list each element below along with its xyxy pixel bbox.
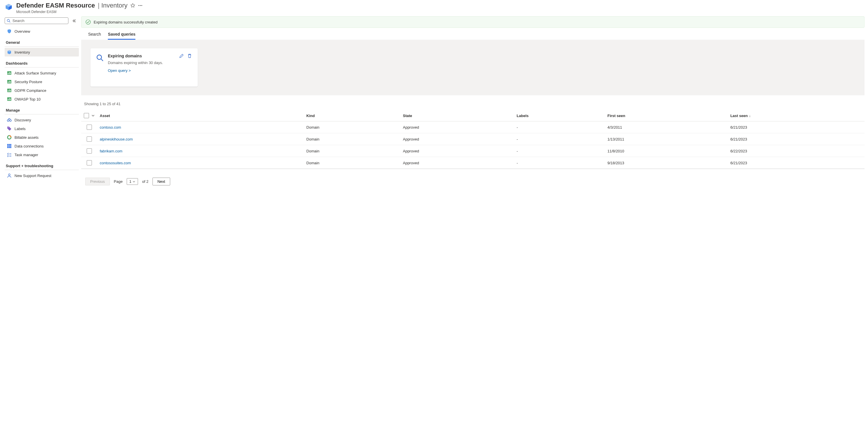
tag-icon bbox=[7, 126, 11, 131]
nav-label: Discovery bbox=[14, 118, 31, 122]
cell-kind: Domain bbox=[304, 133, 401, 145]
row-checkbox[interactable] bbox=[87, 136, 92, 142]
asset-link[interactable]: contoso.com bbox=[100, 125, 121, 130]
nav-label: Data connections bbox=[14, 144, 43, 148]
svg-point-27 bbox=[9, 120, 11, 122]
tab-search[interactable]: Search bbox=[88, 32, 101, 40]
table-row: contososuites.comDomainApproved-9/18/201… bbox=[81, 157, 865, 169]
col-state[interactable]: State bbox=[401, 110, 514, 122]
cell-first-seen: 4/3/2011 bbox=[605, 122, 728, 133]
tab-saved-queries[interactable]: Saved queries bbox=[108, 32, 135, 40]
page-current: 1 bbox=[129, 179, 131, 184]
sidebar-item-discovery[interactable]: Discovery bbox=[5, 115, 79, 124]
cell-last-seen: 6/21/2023 bbox=[728, 133, 865, 145]
main-content: Expiring domains successfully created Se… bbox=[81, 16, 868, 194]
search-icon bbox=[7, 19, 11, 23]
sidebar-search[interactable] bbox=[5, 18, 68, 24]
page-select[interactable]: 1 bbox=[127, 178, 138, 185]
col-asset[interactable]: Asset bbox=[97, 110, 304, 122]
cell-first-seen: 11/8/2010 bbox=[605, 145, 728, 157]
cell-first-seen: 1/13/2011 bbox=[605, 133, 728, 145]
svg-rect-30 bbox=[7, 144, 8, 145]
nav-label: Attack Surface Summary bbox=[14, 71, 56, 75]
sidebar-item-overview[interactable]: Overview bbox=[5, 27, 79, 36]
nav-section-support: Support + troubleshooting bbox=[5, 161, 79, 170]
sidebar-item-inventory[interactable]: Inventory bbox=[5, 48, 79, 57]
banner-text: Expiring domains successfully created bbox=[94, 20, 157, 24]
ring-icon bbox=[7, 135, 11, 140]
binoculars-icon bbox=[7, 118, 11, 122]
svg-point-4 bbox=[140, 5, 141, 6]
delete-trash-icon[interactable] bbox=[187, 54, 192, 58]
cell-labels: - bbox=[514, 157, 605, 169]
sidebar-item-data-connections[interactable]: Data connections bbox=[5, 142, 79, 151]
sidebar-search-input[interactable] bbox=[12, 19, 66, 23]
svg-rect-16 bbox=[9, 81, 9, 83]
cell-labels: - bbox=[514, 133, 605, 145]
col-first-seen[interactable]: First seen bbox=[605, 110, 728, 122]
page-label: Page bbox=[114, 179, 123, 184]
collapse-sidebar-icon[interactable] bbox=[71, 18, 76, 24]
edit-pencil-icon[interactable] bbox=[179, 54, 184, 58]
sidebar-item-task-manager[interactable]: Task manager bbox=[5, 151, 79, 159]
svg-rect-35 bbox=[10, 145, 11, 146]
resource-icon bbox=[5, 3, 13, 11]
nav-label: Overview bbox=[14, 29, 30, 34]
svg-point-42 bbox=[8, 174, 10, 175]
resource-title: Defender EASM Resource bbox=[16, 2, 95, 9]
row-checkbox[interactable] bbox=[87, 160, 92, 165]
next-button[interactable]: Next bbox=[153, 177, 170, 186]
svg-point-26 bbox=[7, 120, 9, 122]
svg-rect-11 bbox=[8, 73, 8, 74]
svg-line-7 bbox=[9, 21, 10, 22]
sidebar-item-attack-surface[interactable]: Attack Surface Summary bbox=[5, 69, 79, 77]
col-labels[interactable]: Labels bbox=[514, 110, 605, 122]
cell-kind: Domain bbox=[304, 145, 401, 157]
svg-rect-36 bbox=[7, 147, 8, 148]
svg-rect-13 bbox=[10, 72, 11, 74]
sidebar-item-labels[interactable]: Labels bbox=[5, 124, 79, 133]
page-header: Defender EASM Resource | Inventory Micro… bbox=[0, 0, 868, 16]
sidebar-item-billable[interactable]: Billable assets bbox=[5, 133, 79, 142]
success-check-icon bbox=[86, 20, 91, 25]
row-checkbox[interactable] bbox=[87, 125, 92, 130]
svg-rect-15 bbox=[8, 82, 8, 83]
sidebar-item-owasp[interactable]: OWASP Top 10 bbox=[5, 95, 79, 103]
asset-link[interactable]: alpineskihouse.com bbox=[100, 137, 133, 141]
chevron-down-icon[interactable] bbox=[91, 114, 95, 117]
more-icon[interactable] bbox=[138, 3, 143, 8]
svg-rect-37 bbox=[9, 147, 10, 148]
cell-last-seen: 6/21/2023 bbox=[728, 157, 865, 169]
svg-point-28 bbox=[8, 127, 8, 128]
row-checkbox[interactable] bbox=[87, 148, 92, 154]
chart-icon bbox=[7, 79, 11, 84]
favorite-star-icon[interactable] bbox=[130, 3, 135, 8]
chart-icon bbox=[7, 71, 11, 75]
support-person-icon bbox=[7, 173, 11, 178]
previous-button[interactable]: Previous bbox=[85, 177, 110, 186]
nav-section-dashboards: Dashboards bbox=[5, 58, 79, 67]
nav-label: New Support Request bbox=[14, 173, 51, 178]
asset-link[interactable]: fabrikam.com bbox=[100, 149, 122, 153]
table-row: fabrikam.comDomainApproved-11/8/20106/22… bbox=[81, 145, 865, 157]
col-last-seen[interactable]: Last seen↓ bbox=[728, 110, 865, 122]
svg-rect-38 bbox=[10, 147, 11, 148]
saved-queries-panel: Expiring domains Domains expiring within… bbox=[81, 40, 865, 95]
nav-label: Security Posture bbox=[14, 80, 42, 84]
sidebar-item-new-support[interactable]: New Support Request bbox=[5, 171, 79, 180]
select-all-checkbox[interactable] bbox=[84, 113, 89, 118]
sidebar-item-security-posture[interactable]: Security Posture bbox=[5, 77, 79, 86]
cell-state: Approved bbox=[401, 122, 514, 133]
cell-state: Approved bbox=[401, 133, 514, 145]
card-title: Expiring domains bbox=[108, 54, 142, 58]
cell-kind: Domain bbox=[304, 122, 401, 133]
svg-point-3 bbox=[138, 5, 139, 6]
sidebar-item-gdpr[interactable]: GDPR Compliance bbox=[5, 86, 79, 95]
svg-rect-20 bbox=[9, 90, 9, 92]
open-query-link[interactable]: Open query > bbox=[108, 68, 131, 73]
col-kind[interactable]: Kind bbox=[304, 110, 401, 122]
chart-icon bbox=[7, 88, 11, 93]
asset-link[interactable]: contososuites.com bbox=[100, 161, 131, 165]
table-row: alpineskihouse.comDomainApproved-1/13/20… bbox=[81, 133, 865, 145]
query-card-expiring-domains: Expiring domains Domains expiring within… bbox=[90, 48, 198, 87]
